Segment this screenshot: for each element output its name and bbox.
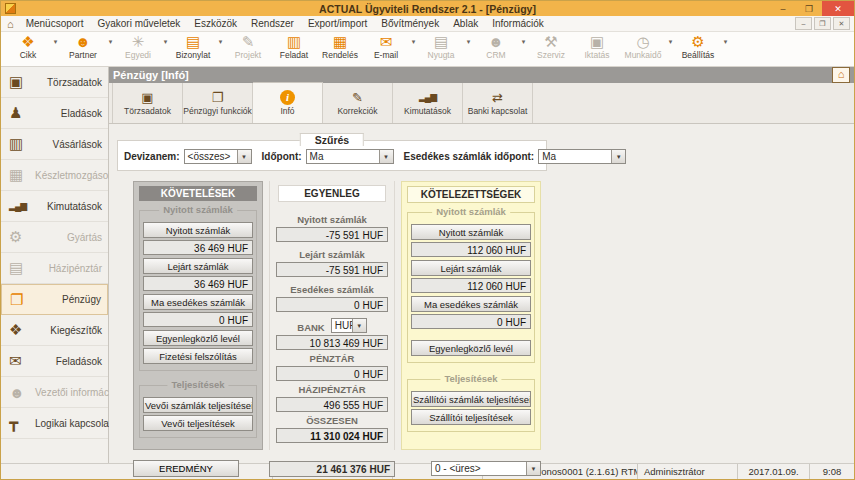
tab-kimutatasok[interactable]: ▂▄▆ Kimutatások — [393, 83, 463, 123]
toolbar-feladat[interactable]: ▥ Feladat — [271, 33, 317, 60]
sidebar-item-torzsadatok[interactable]: ▣ Törzsadatok — [1, 67, 108, 98]
money-functions-icon: ❐ — [212, 90, 224, 105]
filter-legend: Szűrés — [300, 133, 364, 146]
liabilities-overdue-invoices-button[interactable]: Lejárt számlák — [411, 260, 531, 276]
toolbar-crm: ☻ CRM — [473, 33, 519, 60]
liabilities-balance-letter-button[interactable]: Egyenlegközlő levél — [411, 340, 531, 356]
project-icon: ✎ — [242, 33, 255, 50]
task-notepad-icon: ▥ — [287, 33, 301, 50]
menu-bovitmenyek[interactable]: Bővítmények — [374, 18, 446, 29]
total-value: 11 310 024 HUF — [276, 428, 388, 443]
minimize-button[interactable]: – — [770, 1, 796, 16]
menu-informaciok[interactable]: Információk — [485, 18, 551, 29]
mdi-minimize-button[interactable]: – — [795, 17, 812, 30]
bank-currency-select[interactable]: HUF ▼ — [331, 318, 367, 333]
tab-banki-kapcsolat[interactable]: ⇄ Banki kapcsolat — [463, 83, 533, 123]
currency-select[interactable]: <összes> ▼ — [184, 149, 252, 164]
supplier-invoice-settlements-button[interactable]: Szállítói számlák teljesítései — [411, 391, 531, 407]
info-icon: i — [280, 90, 295, 105]
menu-ablak[interactable]: Ablak — [446, 18, 485, 29]
date-select[interactable]: Ma ▼ — [306, 149, 394, 164]
receipt-icon: ▤ — [434, 33, 448, 50]
partner-dropdown-arrow-icon[interactable]: ▾ — [106, 38, 115, 46]
menu-home-icon[interactable]: ⌂ — [7, 18, 14, 30]
sidebar-item-penzugy[interactable]: ❐ Pénzügy — [1, 284, 108, 315]
bank-transfer-icon: ⇄ — [492, 90, 503, 105]
cash-desk-label: PÉNZTÁR — [276, 353, 388, 364]
cikk-dropdown-arrow-icon[interactable]: ▾ — [51, 38, 60, 46]
menu-rendszer[interactable]: Rendszer — [244, 18, 301, 29]
balance-title: EGYENLEG — [278, 185, 386, 202]
menu-gyakori-muveletek[interactable]: Gyakori műveletek — [90, 18, 187, 29]
petty-cash-value: 496 555 HUF — [276, 397, 388, 412]
org-tree-icon: ┳ — [9, 414, 35, 432]
liabilities-panel: KÖTELEZETTSÉGEK Nyitott számlák Nyitott … — [401, 181, 541, 450]
toolbar-partner[interactable]: ☻ Partner — [60, 33, 106, 60]
menu-eszkozok[interactable]: Eszközök — [187, 18, 244, 29]
toolbar-email[interactable]: ✉ E-mail — [363, 33, 409, 60]
sidebar-item-feladasok[interactable]: ✉ Feladások — [1, 346, 108, 377]
receivables-title: KÖVETELÉSEK — [139, 186, 257, 201]
menu-menucsoport[interactable]: Menücsoport — [19, 18, 91, 29]
receivables-due-today-button[interactable]: Ma esedékes számlák — [143, 294, 253, 310]
customer-settlements-button[interactable]: Vevői teljesítések — [143, 415, 253, 431]
supplier-settlements-button[interactable]: Szállítói teljesítések — [411, 409, 531, 425]
total-label: ÖSSZESEN — [276, 415, 388, 426]
sidebar-item-vasarlasok[interactable]: ▥ Vásárlások — [1, 129, 108, 160]
receivables-open-invoices-button[interactable]: Nyitott számlák — [143, 222, 253, 238]
tab-korrekciok[interactable]: ✎ Korrekciók — [323, 83, 393, 123]
liabilities-open-invoices-value: 112 060 HUF — [411, 242, 531, 257]
receivables-settlements-group: Teljesítések Vevői számlák teljesítései … — [139, 385, 257, 438]
payment-reminder-button[interactable]: Fizetési felszólítás — [143, 348, 253, 364]
chart-icon: ▂▄▆ — [419, 90, 436, 105]
liabilities-open-invoices-button[interactable]: Nyitott számlák — [411, 224, 531, 240]
sidebar-item-logikai-kapcsolat[interactable]: ┳ Logikai kapcsolat — [1, 408, 108, 439]
due-date-select[interactable]: Ma ▼ — [538, 149, 626, 164]
sidebar-item-eladasok[interactable]: ♟ Eladások — [1, 98, 108, 129]
menu-export-import[interactable]: Export/import — [301, 18, 374, 29]
email-dropdown-arrow-icon[interactable]: ▾ — [409, 38, 418, 46]
cash-register-icon: ▤ — [9, 259, 35, 277]
bizonylat-dropdown-arrow-icon[interactable]: ▾ — [216, 38, 225, 46]
crm-dropdown-arrow-icon[interactable]: ▾ — [519, 38, 528, 46]
toolbar-bizonylat[interactable]: ▤ Bizonylat — [170, 33, 216, 60]
toolbar-cikk[interactable]: ❖ Cikk — [5, 33, 51, 60]
tab-torzsadatok[interactable]: ▣ Törzsadatok — [112, 83, 183, 123]
restore-button[interactable]: ❐ — [796, 1, 822, 16]
balance-letter-button[interactable]: Egyenlegközlő levél — [143, 330, 253, 346]
nyugta-dropdown-arrow-icon[interactable]: ▾ — [464, 38, 473, 46]
liabilities-due-today-value: 0 HUF — [411, 314, 531, 329]
tab-penzugyi-funkciok[interactable]: ❐ Pénzügyi funkciók — [183, 83, 253, 123]
receivables-overdue-invoices-button[interactable]: Lejárt számlák — [143, 258, 253, 274]
petty-cash-label: HÁZIPÉNZTÁR — [276, 384, 388, 395]
toolbar-beallitas[interactable]: ⚙ Beállítás — [675, 33, 721, 60]
customer-invoice-settlements-button[interactable]: Vevői számlák teljesítései — [143, 397, 253, 413]
sidebar-item-kiegeszitok[interactable]: ❖ Kiegészítők — [1, 315, 108, 346]
mdi-restore-button[interactable]: ❐ — [814, 17, 831, 30]
result-select[interactable]: 0 - <üres> ▼ — [431, 461, 541, 476]
tab-info[interactable]: i Infó — [253, 82, 323, 123]
home-icon[interactable]: ⌂ — [832, 67, 850, 83]
result-button[interactable]: EREDMÉNY — [133, 460, 239, 477]
liabilities-overdue-invoices-value: 112 060 HUF — [411, 278, 531, 293]
content-header: Pénzügy [Infó] ⌂ — [109, 67, 854, 83]
masterdata-icon: ▣ — [9, 73, 35, 91]
munkaido-dropdown-arrow-icon[interactable]: ▾ — [666, 38, 675, 46]
liabilities-due-today-button[interactable]: Ma esedékes számlák — [411, 296, 531, 312]
egyedi-dropdown-arrow-icon[interactable]: ▾ — [161, 38, 170, 46]
mdi-close-button[interactable]: ✕ — [833, 17, 850, 30]
puzzle-icon: ❖ — [9, 321, 35, 339]
window-title: ACTUAL Ügyviteli Rendszer 2.1 - [Pénzügy… — [1, 3, 854, 15]
envelope-icon: ✉ — [380, 33, 393, 50]
beallitas-dropdown-arrow-icon[interactable]: ▾ — [721, 38, 730, 46]
liabilities-title: KÖTELEZETTSÉGEK — [407, 186, 535, 203]
balance-panel: EGYENLEG Nyitott számlák -75 591 HUF Lej… — [269, 181, 395, 450]
archive-icon: ▣ — [590, 33, 604, 50]
title-bar: ACTUAL Ügyviteli Rendszer 2.1 - [Pénzügy… — [1, 1, 854, 16]
money-banknotes-icon: ❐ — [10, 291, 36, 309]
close-button[interactable]: ✕ — [822, 1, 854, 16]
toolbar-munkaido: ◷ Munkaidő — [620, 33, 666, 60]
sidebar-item-kimutatasok[interactable]: ▂▄▆ Kimutatások — [1, 191, 108, 222]
result-row: EREDMÉNY 21 461 376 HUF 0 - <üres> ▼ — [133, 460, 846, 477]
toolbar-rendeles[interactable]: ▦ Rendelés — [317, 33, 363, 60]
